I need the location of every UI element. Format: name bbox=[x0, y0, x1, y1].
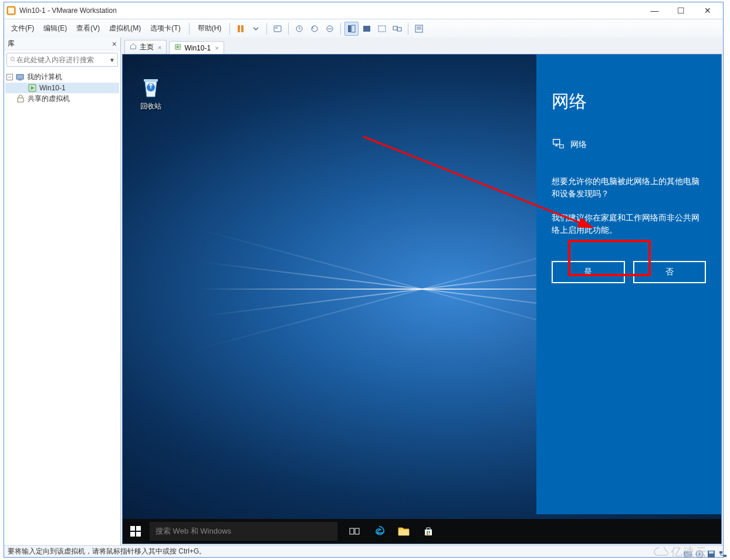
fullscreen-button[interactable] bbox=[360, 22, 374, 36]
tree-shared-label: 共享的虚拟机 bbox=[28, 94, 70, 104]
maximize-button[interactable]: ☐ bbox=[668, 4, 694, 18]
library-sidebar: 库 × ▼ − 我的计算机 bbox=[4, 38, 121, 545]
start-button[interactable] bbox=[123, 519, 148, 544]
edge-button[interactable] bbox=[369, 519, 389, 544]
tree-my-computer-label: 我的计算机 bbox=[27, 72, 62, 82]
svg-rect-32 bbox=[355, 528, 359, 534]
network-label: 网络 bbox=[570, 140, 587, 150]
statusbar: 要将输入定向到该虚拟机，请将鼠标指针移入其中或按 Ctrl+G。 bbox=[4, 545, 723, 557]
svg-rect-19 bbox=[18, 80, 22, 80]
svg-rect-13 bbox=[393, 26, 397, 30]
computer-icon bbox=[15, 73, 25, 82]
thumbnail-button[interactable] bbox=[412, 22, 426, 36]
svg-rect-31 bbox=[350, 528, 354, 534]
recycle-bin[interactable]: 回收站 bbox=[133, 73, 168, 111]
svg-rect-21 bbox=[18, 98, 23, 102]
svg-rect-33 bbox=[398, 530, 409, 535]
guest-taskbar: 搜索 Web 和 Windows bbox=[123, 519, 721, 544]
svg-rect-37 bbox=[429, 534, 431, 535]
svg-rect-16 bbox=[417, 26, 421, 30]
separator bbox=[229, 23, 230, 35]
menu-vm[interactable]: 虚拟机(M) bbox=[104, 21, 146, 36]
tab-home-close[interactable]: × bbox=[158, 44, 161, 51]
tree-vm-win10-1[interactable]: Win10-1 bbox=[5, 83, 119, 93]
svg-rect-28 bbox=[136, 526, 141, 531]
search-dropdown-icon[interactable]: ▼ bbox=[109, 57, 115, 63]
network-advice: 我们建议你在家庭和工作网络而非公共网络上启用此功能。 bbox=[552, 212, 706, 236]
close-button[interactable]: ✕ bbox=[694, 4, 721, 18]
content-area: 主页 × Win10-1 × 回收站 bbox=[121, 38, 723, 545]
library-tree: − 我的计算机 Win10-1 共享的虚拟机 bbox=[4, 69, 120, 107]
svg-rect-1 bbox=[8, 8, 14, 13]
svg-rect-34 bbox=[427, 531, 428, 533]
snapshot-take-button[interactable] bbox=[292, 22, 306, 36]
svg-rect-42 bbox=[709, 551, 714, 554]
device-floppy-icon[interactable] bbox=[707, 549, 716, 559]
network-icon bbox=[552, 137, 565, 152]
menu-file[interactable]: 文件(F) bbox=[6, 21, 39, 36]
snapshot-manage-button[interactable] bbox=[323, 22, 337, 36]
statusbar-hint: 要将输入定向到该虚拟机，请将鼠标指针移入其中或按 Ctrl+G。 bbox=[8, 547, 206, 556]
recycle-bin-icon bbox=[139, 73, 163, 99]
tree-my-computer[interactable]: − 我的计算机 bbox=[5, 72, 119, 83]
menu-tabs[interactable]: 选项卡(T) bbox=[146, 21, 185, 36]
window-title: Win10-1 - VMware Workstation bbox=[19, 6, 641, 15]
tree-vm-label: Win10-1 bbox=[39, 84, 66, 92]
library-title: 库 bbox=[8, 39, 15, 49]
library-close-button[interactable]: × bbox=[112, 39, 117, 49]
task-view-button[interactable] bbox=[344, 519, 364, 544]
svg-rect-11 bbox=[363, 26, 370, 32]
menu-edit[interactable]: 编辑(E) bbox=[39, 21, 72, 36]
console-view-button[interactable] bbox=[344, 22, 359, 36]
svg-point-17 bbox=[11, 57, 14, 60]
minimize-button[interactable]: — bbox=[641, 4, 668, 18]
guest-desktop: 回收站 网络 网络 想要允许你的电脑被此网络上的其他电脑和设备发现吗？ 我们建议… bbox=[123, 55, 721, 544]
separator bbox=[288, 23, 289, 35]
main-area: 库 × ▼ − 我的计算机 bbox=[4, 38, 723, 545]
svg-rect-36 bbox=[427, 534, 428, 535]
taskbar-search[interactable]: 搜索 Web 和 Windows bbox=[150, 522, 337, 541]
home-icon bbox=[130, 43, 137, 52]
store-button[interactable] bbox=[418, 519, 438, 544]
svg-rect-27 bbox=[130, 526, 135, 531]
separator bbox=[266, 23, 267, 35]
app-window: Win10-1 - VMware Workstation — ☐ ✕ 文件(F)… bbox=[4, 2, 724, 558]
tree-shared-vms[interactable]: 共享的虚拟机 bbox=[5, 93, 119, 104]
network-yes-button[interactable]: 是 bbox=[552, 261, 625, 283]
network-title: 网络 bbox=[552, 90, 706, 114]
svg-rect-2 bbox=[238, 25, 240, 32]
tab-home-label: 主页 bbox=[140, 42, 154, 52]
separator bbox=[340, 23, 341, 35]
taskbar-search-placeholder: 搜索 Web 和 Windows bbox=[156, 526, 231, 537]
network-no-button[interactable]: 否 bbox=[633, 261, 707, 283]
vm-powered-on-icon bbox=[28, 83, 37, 93]
menubar: 文件(F) 编辑(E) 查看(V) 虚拟机(M) 选项卡(T) 帮助(H) bbox=[4, 19, 723, 38]
svg-rect-14 bbox=[397, 28, 401, 31]
app-icon bbox=[6, 6, 16, 15]
menu-view[interactable]: 查看(V) bbox=[72, 21, 104, 36]
tab-vm[interactable]: Win10-1 × bbox=[169, 41, 224, 54]
power-dropdown[interactable] bbox=[249, 22, 263, 36]
svg-point-7 bbox=[312, 26, 317, 32]
separator bbox=[408, 23, 408, 35]
pause-button[interactable] bbox=[234, 22, 248, 36]
separator bbox=[189, 23, 190, 35]
file-explorer-button[interactable] bbox=[394, 519, 414, 544]
tab-home[interactable]: 主页 × bbox=[124, 40, 167, 54]
vm-console[interactable]: 回收站 网络 网络 想要允许你的电脑被此网络上的其他电脑和设备发现吗？ 我们建议… bbox=[122, 54, 722, 544]
svg-rect-9 bbox=[348, 25, 351, 32]
library-search[interactable]: ▼ bbox=[6, 53, 118, 67]
unity-button[interactable] bbox=[375, 22, 389, 36]
svg-rect-18 bbox=[16, 74, 23, 79]
snapshot-button[interactable] bbox=[271, 22, 285, 36]
multiple-monitors-button[interactable] bbox=[390, 22, 404, 36]
library-search-input[interactable] bbox=[16, 56, 109, 64]
svg-rect-3 bbox=[241, 25, 244, 32]
tab-vm-close[interactable]: × bbox=[215, 45, 218, 52]
menu-help[interactable]: 帮助(H) bbox=[193, 21, 227, 36]
device-network-icon[interactable] bbox=[718, 549, 728, 559]
snapshot-revert-button[interactable] bbox=[307, 22, 322, 36]
svg-rect-10 bbox=[352, 25, 355, 32]
titlebar: Win10-1 - VMware Workstation — ☐ ✕ bbox=[4, 2, 723, 19]
tab-vm-label: Win10-1 bbox=[184, 44, 211, 52]
